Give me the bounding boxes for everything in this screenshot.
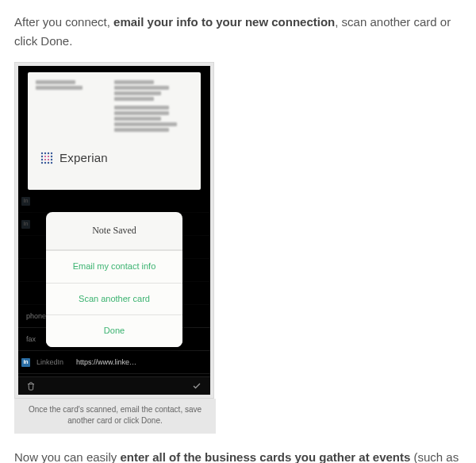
svg-point-11 [51,162,52,164]
linkedin-icon: in [21,197,30,206]
phone-frame: Experian in in phone ❯ fa [14,62,214,399]
svg-point-0 [41,152,43,154]
svg-point-12 [44,156,46,157]
outro-bold: enter all of the business cards you gath… [120,450,410,463]
outro-paragraph: Now you can easily enter all of the busi… [14,448,462,463]
row-value: https://www.linke… [76,357,136,368]
experian-logo-icon [39,150,55,166]
row-label: LinkedIn [36,357,70,368]
note-saved-dialog: Note Saved Email my contact info Scan an… [46,212,182,347]
svg-point-9 [44,162,46,164]
svg-point-2 [48,152,49,154]
card-logo: Experian [28,144,201,177]
svg-point-13 [48,156,49,157]
bottom-toolbar [18,376,210,395]
svg-point-10 [48,162,49,164]
outro-mid1: (such as [410,450,459,463]
done-button[interactable]: Done [46,314,182,347]
intro-text-bold: email your info to your new connection [113,15,335,29]
dialog-overlay: Note Saved Email my contact info Scan an… [18,212,210,347]
trash-icon[interactable] [26,381,36,391]
phone-screen: Experian in in phone ❯ fa [18,66,210,395]
dialog-title: Note Saved [46,212,182,250]
card-blurred-details [28,72,201,144]
svg-point-4 [41,156,43,157]
svg-point-14 [44,159,46,160]
svg-point-5 [51,156,52,157]
intro-paragraph: After you connect, email your info to yo… [14,13,462,51]
outro-before: Now you can easily [14,450,120,463]
svg-point-6 [41,159,43,160]
figure: Experian in in phone ❯ fa [14,62,214,434]
svg-point-15 [48,159,49,160]
intro-text-before: After you connect, [14,15,113,29]
card-logo-text: Experian [60,149,108,168]
scan-another-card-button[interactable]: Scan another card [46,283,182,315]
linkedin-icon: in [21,358,30,367]
checkmark-icon[interactable] [191,381,202,391]
email-contact-info-button[interactable]: Email my contact info [46,250,182,283]
svg-point-3 [51,152,52,154]
svg-point-1 [44,152,46,154]
business-card-preview: Experian [28,72,201,190]
list-item: in [18,190,210,213]
svg-point-7 [51,159,52,160]
svg-point-8 [41,162,43,164]
figure-caption: Once the card's scanned, email the conta… [14,399,216,434]
row-linkedin[interactable]: in LinkedIn https://www.linke… [18,351,210,374]
